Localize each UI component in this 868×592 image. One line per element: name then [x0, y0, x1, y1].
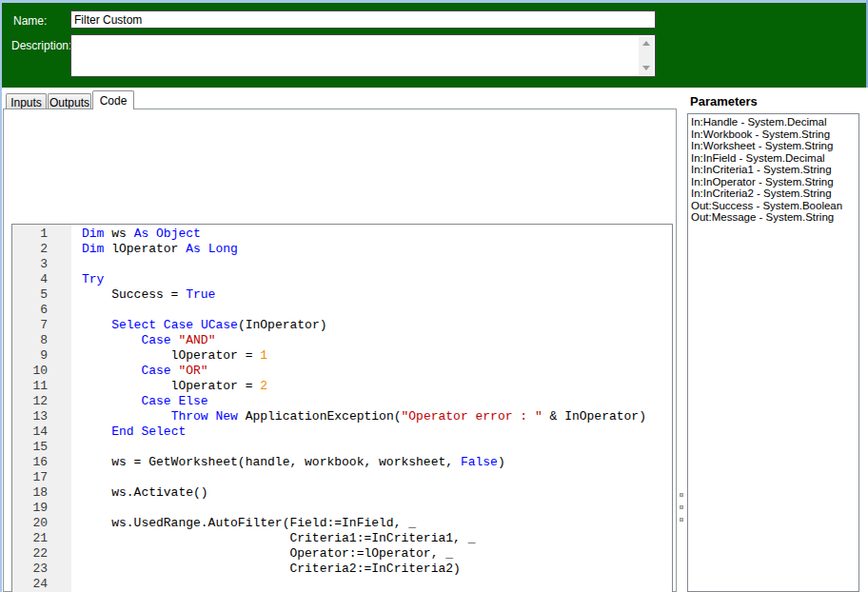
parameter-item[interactable]: In:InField - System.Decimal	[691, 152, 858, 165]
code-line[interactable]: 9 lOperator = 1	[12, 348, 672, 364]
line-number: 2	[12, 242, 71, 257]
code-text	[71, 440, 82, 455]
splitter-handle[interactable]	[677, 109, 687, 592]
code-line[interactable]: 2Dim lOperator As Long	[12, 242, 672, 257]
code-line[interactable]: 10 Case "OR"	[12, 364, 672, 379]
code-text	[71, 577, 82, 592]
line-number: 20	[12, 516, 71, 531]
code-text: ws.UsedRange.AutoFilter(Field:=InField, …	[71, 516, 416, 531]
code-text	[71, 470, 82, 485]
code-text	[71, 257, 82, 272]
description-input[interactable]	[70, 34, 656, 77]
code-stage-window: Name: Description: Inputs Outputs Code 1…	[0, 0, 868, 592]
code-text: Dim lOperator As Long	[71, 242, 238, 257]
code-text: End Select	[71, 424, 186, 440]
line-number: 8	[12, 333, 71, 348]
line-number: 4	[12, 272, 71, 287]
splitter-grip-icon	[680, 505, 683, 509]
parameters-title: Parameters	[690, 94, 758, 109]
code-line[interactable]: 7 Select Case UCase(InOperator)	[12, 318, 672, 333]
window-border-top	[0, 0, 868, 3]
line-number: 19	[12, 501, 71, 516]
code-line[interactable]: 14 End Select	[12, 424, 672, 440]
line-number: 9	[12, 348, 71, 364]
code-line[interactable]: 19	[12, 501, 672, 516]
code-text: Dim ws As Object	[71, 227, 201, 242]
line-number: 16	[12, 455, 71, 470]
code-text: Case "AND"	[71, 333, 215, 348]
parameter-item[interactable]: Out:Success - System.Boolean	[691, 200, 858, 212]
code-line[interactable]: 1Dim ws As Object	[12, 227, 672, 242]
tab-inputs[interactable]: Inputs	[6, 93, 47, 109]
line-number: 24	[12, 577, 71, 592]
line-number: 15	[12, 440, 71, 455]
line-number: 6	[12, 303, 71, 318]
code-line[interactable]: 22 Operator:=lOperator, _	[12, 546, 672, 562]
code-text: ws.Activate()	[71, 485, 208, 501]
code-text: Success = True	[71, 287, 215, 303]
code-line[interactable]: 5 Success = True	[12, 287, 672, 303]
header-panel: Name: Description:	[0, 0, 868, 88]
code-text: ws = GetWorksheet(handle, workbook, work…	[71, 455, 505, 470]
code-line[interactable]: 11 lOperator = 2	[12, 379, 672, 394]
line-number: 13	[12, 409, 71, 424]
code-line[interactable]: 18 ws.Activate()	[12, 485, 672, 501]
line-number: 5	[12, 287, 71, 303]
code-text: Criteria1:=InCriteria1, _	[71, 531, 475, 546]
parameter-item[interactable]: In:InCriteria2 - System.String	[691, 187, 858, 200]
tab-outputs[interactable]: Outputs	[48, 93, 91, 109]
code-text: Select Case UCase(InOperator)	[71, 318, 327, 333]
code-text: Try	[71, 272, 104, 287]
code-line[interactable]: 20 ws.UsedRange.AutoFilter(Field:=InFiel…	[12, 516, 672, 531]
line-number: 14	[12, 424, 71, 440]
parameter-item[interactable]: In:Worksheet - System.String	[691, 140, 858, 152]
code-line[interactable]: 21 Criteria1:=InCriteria1, _	[12, 531, 672, 546]
code-text: lOperator = 1	[71, 348, 267, 364]
parameter-item[interactable]: In:Handle - System.Decimal	[691, 116, 858, 128]
code-line[interactable]: 12 Case Else	[12, 394, 672, 409]
scroll-up-icon[interactable]	[639, 36, 654, 50]
line-number: 18	[12, 485, 71, 501]
line-number: 21	[12, 531, 71, 546]
code-line[interactable]: 6	[12, 303, 672, 318]
parameter-item[interactable]: In:InCriteria1 - System.String	[691, 164, 858, 176]
parameter-item[interactable]: Out:Message - System.String	[691, 211, 858, 224]
line-number: 1	[12, 227, 71, 242]
code-line[interactable]: 16 ws = GetWorksheet(handle, workbook, w…	[12, 455, 672, 470]
parameter-item[interactable]: In:InOperator - System.String	[691, 176, 858, 188]
parameter-item[interactable]: In:Workbook - System.String	[691, 128, 858, 141]
code-text: lOperator = 2	[71, 379, 267, 394]
line-number: 22	[12, 546, 71, 562]
line-number: 23	[12, 562, 71, 577]
line-number: 17	[12, 470, 71, 485]
code-editor[interactable]: 1Dim ws As Object2Dim lOperator As Long3…	[11, 224, 673, 592]
code-line[interactable]: 17	[12, 470, 672, 485]
code-line[interactable]: 23 Criteria2:=InCriteria2)	[12, 562, 672, 577]
line-number: 3	[12, 257, 71, 272]
code-text: Case Else	[71, 394, 208, 409]
scroll-down-icon[interactable]	[639, 61, 654, 75]
tab-code[interactable]: Code	[92, 90, 134, 109]
line-number: 10	[12, 364, 71, 379]
description-label: Description:	[11, 39, 71, 52]
description-scrollbar[interactable]	[639, 36, 654, 75]
code-line[interactable]: 4Try	[12, 272, 672, 287]
name-input[interactable]	[70, 10, 656, 29]
line-number: 11	[12, 379, 71, 394]
code-line[interactable]: 3	[12, 257, 672, 272]
code-text	[71, 303, 82, 318]
code-line[interactable]: 15	[12, 440, 672, 455]
line-number: 7	[12, 318, 71, 333]
name-label: Name:	[13, 14, 47, 28]
code-text: Case "OR"	[71, 364, 208, 379]
code-line[interactable]: 13 Throw New ApplicationException("Opera…	[12, 409, 672, 424]
parameters-list[interactable]: In:Handle - System.DecimalIn:Workbook - …	[687, 113, 859, 592]
splitter-grip-icon	[680, 493, 683, 497]
code-text: Throw New ApplicationException("Operator…	[71, 409, 646, 424]
code-line[interactable]: 24	[12, 577, 672, 592]
splitter-grip-icon	[680, 518, 683, 522]
code-text	[71, 501, 82, 516]
window-border-left	[0, 0, 2, 592]
line-number: 12	[12, 394, 71, 409]
code-line[interactable]: 8 Case "AND"	[12, 333, 672, 348]
